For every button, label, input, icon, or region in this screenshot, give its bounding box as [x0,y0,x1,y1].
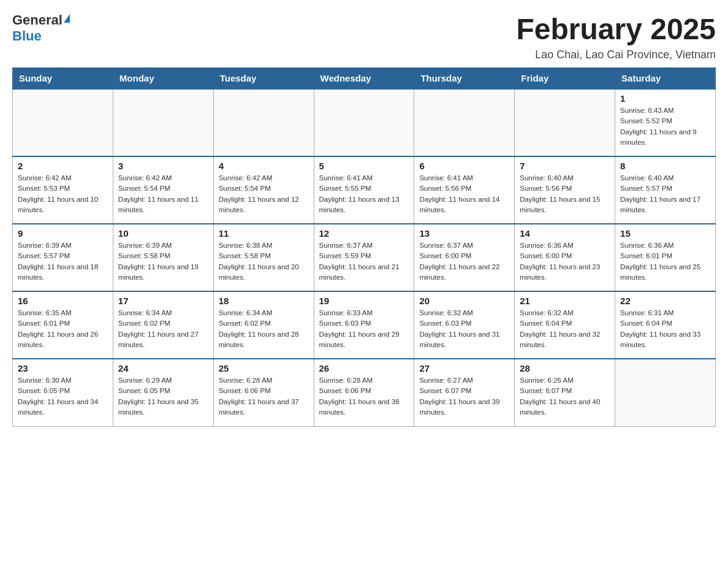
day-info: Sunrise: 6:39 AM Sunset: 5:57 PM Dayligh… [18,240,108,283]
day-info: Sunrise: 6:37 AM Sunset: 6:00 PM Dayligh… [419,240,509,283]
day-info: Sunrise: 6:37 AM Sunset: 5:59 PM Dayligh… [319,240,409,283]
day-number: 6 [419,161,509,171]
day-info: Sunrise: 6:27 AM Sunset: 6:07 PM Dayligh… [419,375,509,418]
day-number: 19 [319,296,409,306]
day-number: 1 [620,93,710,104]
day-number: 5 [319,161,409,171]
calendar-cell: 22Sunrise: 6:31 AM Sunset: 6:04 PM Dayli… [615,291,716,359]
day-number: 25 [219,363,309,373]
day-info: Sunrise: 6:40 AM Sunset: 5:56 PM Dayligh… [520,173,610,215]
day-number: 11 [219,228,309,239]
day-info: Sunrise: 6:28 AM Sunset: 6:06 PM Dayligh… [319,375,409,418]
day-info: Sunrise: 6:32 AM Sunset: 6:03 PM Dayligh… [419,308,509,350]
calendar-cell: 5Sunrise: 6:41 AM Sunset: 5:55 PM Daylig… [314,156,414,224]
calendar-cell: 8Sunrise: 6:40 AM Sunset: 5:57 PM Daylig… [615,156,716,224]
weekday-header-friday: Friday [515,68,615,90]
calendar-cell [414,89,515,156]
calendar-cell: 6Sunrise: 6:41 AM Sunset: 5:56 PM Daylig… [414,156,515,224]
day-number: 13 [419,228,509,239]
calendar-cell [515,89,615,156]
day-info: Sunrise: 6:40 AM Sunset: 5:57 PM Dayligh… [620,173,710,215]
calendar-cell [615,359,716,426]
day-number: 3 [118,161,208,171]
day-number: 18 [219,296,309,306]
calendar-cell: 14Sunrise: 6:36 AM Sunset: 6:00 PM Dayli… [515,224,615,291]
day-number: 27 [419,363,509,373]
calendar-cell: 13Sunrise: 6:37 AM Sunset: 6:00 PM Dayli… [414,224,515,291]
day-info: Sunrise: 6:36 AM Sunset: 6:00 PM Dayligh… [520,240,610,283]
day-info: Sunrise: 6:32 AM Sunset: 6:04 PM Dayligh… [520,308,610,350]
weekday-header-monday: Monday [113,68,213,90]
day-info: Sunrise: 6:39 AM Sunset: 5:58 PM Dayligh… [118,240,208,283]
title-block: February 2025 Lao Chai, Lao Cai Province… [516,12,716,61]
calendar-cell: 23Sunrise: 6:30 AM Sunset: 6:05 PM Dayli… [13,359,113,426]
day-number: 12 [319,228,409,239]
day-info: Sunrise: 6:30 AM Sunset: 6:05 PM Dayligh… [18,375,108,418]
week-row-4: 16Sunrise: 6:35 AM Sunset: 6:01 PM Dayli… [13,291,716,359]
week-row-2: 2Sunrise: 6:42 AM Sunset: 5:53 PM Daylig… [13,156,716,224]
calendar-cell: 16Sunrise: 6:35 AM Sunset: 6:01 PM Dayli… [13,291,113,359]
day-info: Sunrise: 6:33 AM Sunset: 6:03 PM Dayligh… [319,308,409,350]
calendar-cell: 27Sunrise: 6:27 AM Sunset: 6:07 PM Dayli… [414,359,515,426]
day-number: 14 [520,228,610,239]
day-number: 24 [118,363,208,373]
day-info: Sunrise: 6:43 AM Sunset: 5:52 PM Dayligh… [620,105,710,148]
page-header: General Blue February 2025 Lao Chai, Lao… [12,12,716,61]
calendar-cell: 2Sunrise: 6:42 AM Sunset: 5:53 PM Daylig… [13,156,113,224]
day-info: Sunrise: 6:41 AM Sunset: 5:55 PM Dayligh… [319,173,409,215]
location-text: Lao Chai, Lao Cai Province, Vietnam [516,48,716,61]
weekday-header-wednesday: Wednesday [314,68,414,90]
day-number: 26 [319,363,409,373]
calendar-cell [13,89,113,156]
calendar-cell: 21Sunrise: 6:32 AM Sunset: 6:04 PM Dayli… [515,291,615,359]
day-info: Sunrise: 6:26 AM Sunset: 6:07 PM Dayligh… [520,375,610,418]
logo-blue-text: Blue [12,28,42,44]
day-number: 23 [18,363,108,373]
calendar-cell: 4Sunrise: 6:42 AM Sunset: 5:54 PM Daylig… [213,156,314,224]
day-info: Sunrise: 6:28 AM Sunset: 6:06 PM Dayligh… [219,375,309,418]
calendar-cell: 3Sunrise: 6:42 AM Sunset: 5:54 PM Daylig… [113,156,213,224]
logo-general-text: General [12,12,63,28]
day-number: 2 [18,161,108,171]
calendar-cell: 25Sunrise: 6:28 AM Sunset: 6:06 PM Dayli… [213,359,314,426]
calendar-cell: 17Sunrise: 6:34 AM Sunset: 6:02 PM Dayli… [113,291,213,359]
weekday-header-saturday: Saturday [615,68,716,90]
day-number: 8 [620,161,710,171]
day-info: Sunrise: 6:34 AM Sunset: 6:02 PM Dayligh… [118,308,208,350]
calendar-cell: 11Sunrise: 6:38 AM Sunset: 5:58 PM Dayli… [213,224,314,291]
day-info: Sunrise: 6:31 AM Sunset: 6:04 PM Dayligh… [620,308,710,350]
calendar-cell: 9Sunrise: 6:39 AM Sunset: 5:57 PM Daylig… [13,224,113,291]
day-info: Sunrise: 6:38 AM Sunset: 5:58 PM Dayligh… [219,240,309,283]
calendar-cell: 26Sunrise: 6:28 AM Sunset: 6:06 PM Dayli… [314,359,414,426]
day-number: 20 [419,296,509,306]
week-row-1: 1Sunrise: 6:43 AM Sunset: 5:52 PM Daylig… [13,89,716,156]
calendar-cell [113,89,213,156]
week-row-3: 9Sunrise: 6:39 AM Sunset: 5:57 PM Daylig… [13,224,716,291]
day-info: Sunrise: 6:29 AM Sunset: 6:05 PM Dayligh… [118,375,208,418]
calendar-cell: 20Sunrise: 6:32 AM Sunset: 6:03 PM Dayli… [414,291,515,359]
day-number: 16 [18,296,108,306]
day-number: 7 [520,161,610,171]
calendar-cell: 7Sunrise: 6:40 AM Sunset: 5:56 PM Daylig… [515,156,615,224]
calendar-cell: 1Sunrise: 6:43 AM Sunset: 5:52 PM Daylig… [615,89,716,156]
calendar-cell: 24Sunrise: 6:29 AM Sunset: 6:05 PM Dayli… [113,359,213,426]
day-info: Sunrise: 6:42 AM Sunset: 5:53 PM Dayligh… [18,173,108,215]
day-info: Sunrise: 6:42 AM Sunset: 5:54 PM Dayligh… [118,173,208,215]
calendar-cell: 28Sunrise: 6:26 AM Sunset: 6:07 PM Dayli… [515,359,615,426]
weekday-header-sunday: Sunday [13,68,113,90]
day-number: 21 [520,296,610,306]
weekday-header-row: SundayMondayTuesdayWednesdayThursdayFrid… [13,68,716,90]
day-number: 9 [18,228,108,239]
day-number: 28 [520,363,610,373]
day-number: 17 [118,296,208,306]
calendar-cell: 12Sunrise: 6:37 AM Sunset: 5:59 PM Dayli… [314,224,414,291]
calendar-cell [213,89,314,156]
day-info: Sunrise: 6:34 AM Sunset: 6:02 PM Dayligh… [219,308,309,350]
day-info: Sunrise: 6:36 AM Sunset: 6:01 PM Dayligh… [620,240,710,283]
calendar-cell: 18Sunrise: 6:34 AM Sunset: 6:02 PM Dayli… [213,291,314,359]
day-number: 10 [118,228,208,239]
calendar-cell [314,89,414,156]
logo-triangle-icon [64,14,70,23]
month-title: February 2025 [516,12,716,46]
logo: General Blue [12,12,70,44]
